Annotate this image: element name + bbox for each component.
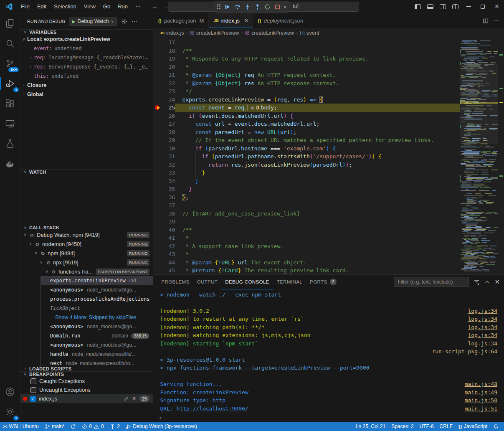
panel-tab-problems[interactable]: PROBLEMS <box>157 275 193 289</box>
variables-scope-closure[interactable]: ›Closure <box>20 81 153 90</box>
console-source-link[interactable]: log.js:34 <box>468 340 497 348</box>
panel-tab-terminal[interactable]: TERMINAL <box>273 275 306 289</box>
breadcrumb-item[interactable]: JSindex.js <box>160 30 184 36</box>
breakpoint-gutter[interactable] <box>153 226 162 234</box>
code-line-25[interactable]: ▶25 const event = req.Dbody; <box>153 104 504 112</box>
drag-handle[interactable] <box>217 4 220 9</box>
overview-ruler[interactable] <box>498 38 504 274</box>
back-arrow-icon[interactable]: ← <box>152 3 158 10</box>
breakpoint-gutter[interactable] <box>153 185 162 193</box>
breakpoint-row-index-js[interactable]: ✓index.js✕25 <box>20 394 153 403</box>
code-line-43[interactable]: 43 * <box>153 250 504 259</box>
console-source-link[interactable]: main.js:51 <box>465 405 497 413</box>
tab-deployment-json[interactable]: {}deployment.json <box>253 13 308 28</box>
step-into-button[interactable] <box>243 2 252 11</box>
code-line-32[interactable]: 32 return res.json(caseLinkPreview(parse… <box>153 161 504 169</box>
breakpoint-checkbox[interactable] <box>30 387 36 393</box>
tab-index-js[interactable]: JSindex.js× <box>209 13 253 28</box>
sidebar-item-explorer[interactable] <box>0 13 20 33</box>
open-launch-json-icon[interactable] <box>121 18 127 25</box>
menu-item-[interactable]: ⋯ <box>132 2 144 12</box>
code-line-44[interactable]: 44 * @param {!URL} url The event object. <box>153 259 504 267</box>
debug-console-input[interactable]: › <box>153 413 504 422</box>
console-filter-input[interactable] <box>394 277 469 287</box>
breakpoint-gutter[interactable] <box>153 193 162 202</box>
loaded-scripts-header[interactable]: ›LOADED SCRIPTS <box>20 366 153 371</box>
breakpoint-row-caught-exceptions[interactable]: Caught Exceptions <box>20 377 153 385</box>
code-line-22[interactable]: 22 * @param {Object} res An HTTP respons… <box>153 79 504 88</box>
status-notifications[interactable] <box>490 422 501 431</box>
close-panel-icon[interactable]: ✕ <box>494 278 500 286</box>
code-line-21[interactable]: 21 * @param {Object} req An HTTP request… <box>153 71 504 79</box>
code-line-28[interactable]: 28 const parsedUrl = new URL(url); <box>153 128 504 137</box>
maximize-panel-icon[interactable] <box>484 279 490 285</box>
status-problems[interactable]: 00 <box>79 422 107 431</box>
status-language-mode[interactable]: {}JavaScript <box>456 422 490 431</box>
maximize-button[interactable] <box>476 0 490 13</box>
variables-scope[interactable]: ∨Local: exports.createLinkPreview <box>20 35 153 44</box>
sidebar-item-remote-explorer[interactable] <box>0 114 20 134</box>
menu-item-selection[interactable]: Selection <box>50 2 80 12</box>
split-editor-icon[interactable] <box>483 18 489 24</box>
sidebar-item-run-and-debug[interactable]: 1 <box>0 74 20 94</box>
breakpoint-row-uncaught-exceptions[interactable]: Uncaught Exceptions <box>20 385 153 394</box>
stack-frame[interactable]: <anonymous>node_modules/@go... <box>41 340 153 350</box>
breakpoint-gutter[interactable] <box>153 55 162 63</box>
variable-row[interactable]: ›req:IncomingMessage {_readableState:… <box>20 53 153 62</box>
panel-tab-ports[interactable]: PORTS2 <box>306 275 340 289</box>
code-line-38[interactable]: 38// [START add_ons_case_preview_link] <box>153 210 504 218</box>
code-line-33[interactable]: 33 } <box>153 169 504 177</box>
menu-item-view[interactable]: View <box>80 2 99 12</box>
code-line-42[interactable]: 42 * A support case link preview. <box>153 242 504 251</box>
code-line-37[interactable]: 37 <box>153 201 504 210</box>
debug-session[interactable]: ∨nodemon [9450]RUNNING <box>20 239 153 248</box>
launch-configuration-picker[interactable]: ▶ Debug Watch ∨ <box>69 17 117 26</box>
accounts-button[interactable] <box>0 382 20 402</box>
code-line-19[interactable]: 19 * Responds to any HTTP request relate… <box>153 55 504 63</box>
tab-package-json[interactable]: {}package.jsonM <box>153 13 209 28</box>
code-editor[interactable]: 1718/**19 * Responds to any HTTP request… <box>153 38 504 274</box>
stack-frame[interactable]: nextnode_modules/express/lib/ro... <box>41 359 153 366</box>
breakpoint-gutter[interactable] <box>153 112 162 120</box>
code-line-26[interactable]: 26 if (event.docs.matchedUrl.url) { <box>153 112 504 120</box>
code-line-31[interactable]: 31 if (parsedUrl.pathname.startsWith('/s… <box>153 152 504 161</box>
panel-tab-output[interactable]: OUTPUT <box>193 275 222 289</box>
breakpoint-gutter[interactable] <box>153 152 162 161</box>
step-out-button[interactable] <box>253 2 262 11</box>
breadcrumb-item[interactable]: createLinkPreview <box>245 30 294 36</box>
status-cursor-position[interactable]: Ln 25, Col 21 <box>353 422 388 431</box>
breakpoint-gutter[interactable] <box>153 250 162 259</box>
code-line-39[interactable]: 39 <box>153 218 504 226</box>
minimap[interactable] <box>460 38 498 274</box>
breakpoint-checkbox[interactable]: ✓ <box>30 396 36 402</box>
breakpoint-gutter[interactable] <box>153 161 162 169</box>
breakpoint-gutter[interactable] <box>153 201 162 210</box>
breakpoint-checkbox[interactable] <box>30 378 36 384</box>
sidebar-item-docker[interactable] <box>0 154 20 174</box>
code-line-20[interactable]: 20 * <box>153 63 504 71</box>
show-more-link[interactable]: Show 4 More: Skipped by skipFiles <box>41 313 153 322</box>
breakpoint-gutter[interactable] <box>153 210 162 218</box>
breakpoint-gutter[interactable] <box>153 63 162 71</box>
breakpoint-gutter[interactable] <box>153 128 162 137</box>
breakpoint-gutter[interactable] <box>153 145 162 153</box>
stack-frame[interactable]: handlenode_modules/express/lib/... <box>41 350 153 359</box>
variables-header[interactable]: ∨VARIABLES <box>20 30 153 35</box>
restart-button[interactable] <box>263 2 272 11</box>
console-source-link[interactable]: log.js:34 <box>468 323 497 332</box>
console-source-link[interactable]: log.js:34 <box>468 331 497 340</box>
console-source-link[interactable]: log.js:34 <box>468 315 497 323</box>
sidebar-item-testing[interactable] <box>0 134 20 154</box>
code-line-40[interactable]: 40/** <box>153 226 504 234</box>
menu-item-run[interactable]: Run <box>114 2 132 12</box>
breakpoint-gutter[interactable] <box>153 136 162 145</box>
code-line-18[interactable]: 18/** <box>153 47 504 55</box>
status-indentation[interactable]: Spaces: 2 <box>388 422 416 431</box>
toggle-primary-sidebar-icon[interactable] <box>411 0 424 13</box>
editor-more-actions-icon[interactable]: ⋯ <box>494 18 499 24</box>
step-over-button[interactable] <box>233 2 242 11</box>
console-source-link[interactable]: main.js:50 <box>465 396 497 405</box>
remove-breakpoint-icon[interactable]: ✕ <box>132 396 136 401</box>
code-line-24[interactable]: 24exports.createLinkPreview = (req, res)… <box>153 96 504 104</box>
variable-row[interactable]: ›res:ServerResponse {_events: {…}, _e… <box>20 62 153 71</box>
